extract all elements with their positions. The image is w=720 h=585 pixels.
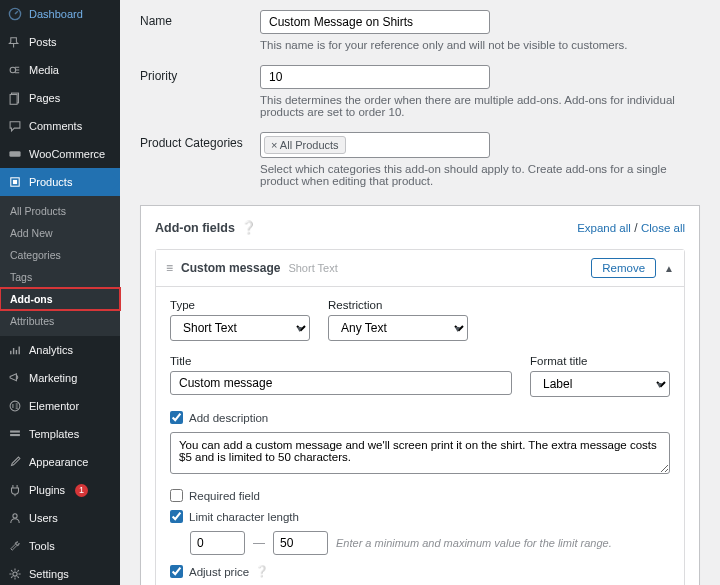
- nav-users[interactable]: Users: [0, 504, 120, 532]
- title-label: Title: [170, 355, 512, 367]
- close-all-link[interactable]: Close all: [641, 222, 685, 234]
- pin-icon: [8, 35, 22, 49]
- megaphone-icon: [8, 371, 22, 385]
- svg-rect-8: [10, 431, 20, 433]
- name-input[interactable]: [260, 10, 490, 34]
- comment-icon: [8, 119, 22, 133]
- nav-label: Media: [29, 64, 59, 76]
- categories-label: Product Categories: [140, 132, 260, 187]
- nav-appearance[interactable]: Appearance: [0, 448, 120, 476]
- main-content: Name This name is for your reference onl…: [120, 0, 720, 585]
- nav-pages[interactable]: Pages: [0, 84, 120, 112]
- field-title: Custom message: [181, 261, 280, 275]
- adjust-price-label: Adjust price: [189, 566, 249, 578]
- type-select[interactable]: Short Text: [170, 315, 310, 341]
- add-description-checkbox[interactable]: Add description: [170, 411, 670, 424]
- nav-products[interactable]: Products: [0, 168, 120, 196]
- subnav-all-products[interactable]: All Products: [0, 200, 120, 222]
- plug-icon: [8, 483, 22, 497]
- dashboard-icon: [8, 7, 22, 21]
- svg-point-7: [10, 401, 20, 411]
- add-description-label: Add description: [189, 412, 268, 424]
- nav-media[interactable]: Media: [0, 56, 120, 84]
- nav-label: Products: [29, 176, 72, 188]
- help-icon[interactable]: ❔: [255, 565, 269, 578]
- expand-close-links: Expand all / Close all: [577, 221, 685, 235]
- priority-input[interactable]: [260, 65, 490, 89]
- svg-point-11: [13, 572, 17, 576]
- nav-label: Templates: [29, 428, 79, 440]
- nav-label: Posts: [29, 36, 57, 48]
- required-label: Required field: [189, 490, 260, 502]
- subnav-add-new[interactable]: Add New: [0, 222, 120, 244]
- svg-rect-9: [10, 434, 20, 436]
- nav-dashboard[interactable]: Dashboard: [0, 0, 120, 28]
- nav-marketing[interactable]: Marketing: [0, 364, 120, 392]
- wrench-icon: [8, 539, 22, 553]
- nav-templates[interactable]: Templates: [0, 420, 120, 448]
- woo-icon: [8, 147, 22, 161]
- update-badge: 1: [75, 484, 88, 497]
- nav-label: Appearance: [29, 456, 88, 468]
- nav-label: Elementor: [29, 400, 79, 412]
- nav-settings[interactable]: Settings: [0, 560, 120, 585]
- limit-min-input[interactable]: [190, 531, 245, 555]
- nav-posts[interactable]: Posts: [0, 28, 120, 56]
- addon-field-block: ≡ Custom message Short Text Remove ▲ Typ…: [155, 249, 685, 585]
- required-checkbox[interactable]: Required field: [170, 489, 670, 502]
- priority-label: Priority: [140, 65, 260, 118]
- nav-label: Plugins: [29, 484, 65, 496]
- nav-woocommerce[interactable]: WooCommerce: [0, 140, 120, 168]
- nav-comments[interactable]: Comments: [0, 112, 120, 140]
- adjust-price-checkbox[interactable]: Adjust price ❔: [170, 565, 670, 578]
- card-title: Add-on fields ❔: [155, 220, 257, 235]
- collapse-toggle-icon[interactable]: ▲: [664, 263, 674, 274]
- media-icon: [8, 63, 22, 77]
- page-icon: [8, 91, 22, 105]
- name-help: This name is for your reference only and…: [260, 39, 700, 51]
- chart-icon: [8, 343, 22, 357]
- nav-tools[interactable]: Tools: [0, 532, 120, 560]
- description-textarea[interactable]: You can add a custom message and we'll s…: [170, 432, 670, 474]
- name-label: Name: [140, 10, 260, 51]
- nav-label: Tools: [29, 540, 55, 552]
- subnav-attributes[interactable]: Attributes: [0, 310, 120, 332]
- nav-elementor[interactable]: Elementor: [0, 392, 120, 420]
- subnav-tags[interactable]: Tags: [0, 266, 120, 288]
- limit-label: Limit character length: [189, 511, 299, 523]
- nav-label: Users: [29, 512, 58, 524]
- type-label: Type: [170, 299, 310, 311]
- drag-handle-icon[interactable]: ≡: [166, 261, 173, 275]
- format-label: Format title: [530, 355, 670, 367]
- brush-icon: [8, 455, 22, 469]
- nav-label: Marketing: [29, 372, 77, 384]
- nav-analytics[interactable]: Analytics: [0, 336, 120, 364]
- nav-label: WooCommerce: [29, 148, 105, 160]
- subnav-categories[interactable]: Categories: [0, 244, 120, 266]
- limit-hint: Enter a minimum and maximum value for th…: [336, 537, 612, 549]
- elementor-icon: [8, 399, 22, 413]
- title-input[interactable]: [170, 371, 512, 395]
- restriction-label: Restriction: [328, 299, 468, 311]
- addon-fields-card: Add-on fields ❔ Expand all / Close all ≡…: [140, 205, 700, 585]
- field-type-sub: Short Text: [288, 262, 337, 274]
- nav-label: Settings: [29, 568, 69, 580]
- remove-button[interactable]: Remove: [591, 258, 656, 278]
- nav-plugins[interactable]: Plugins1: [0, 476, 120, 504]
- svg-rect-4: [9, 151, 20, 157]
- range-dash: —: [253, 536, 265, 550]
- templates-icon: [8, 427, 22, 441]
- subnav-add-ons[interactable]: Add-ons: [0, 288, 120, 310]
- category-tag[interactable]: × All Products: [264, 136, 346, 154]
- limit-max-input[interactable]: [273, 531, 328, 555]
- restriction-select[interactable]: Any Text: [328, 315, 468, 341]
- nav-label: Dashboard: [29, 8, 83, 20]
- svg-point-10: [13, 514, 17, 518]
- nav-products-submenu: All Products Add New Categories Tags Add…: [0, 196, 120, 336]
- limit-checkbox[interactable]: Limit character length: [170, 510, 670, 523]
- admin-sidebar: Dashboard Posts Media Pages Comments Woo…: [0, 0, 120, 585]
- categories-select[interactable]: × All Products: [260, 132, 490, 158]
- expand-all-link[interactable]: Expand all: [577, 222, 631, 234]
- help-icon[interactable]: ❔: [241, 221, 257, 235]
- format-select[interactable]: Label: [530, 371, 670, 397]
